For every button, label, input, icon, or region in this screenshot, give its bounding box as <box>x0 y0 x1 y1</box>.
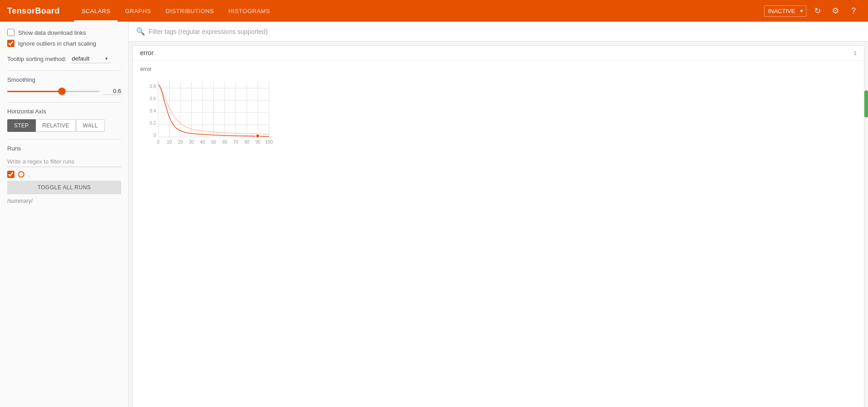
svg-point-21 <box>256 134 259 138</box>
chart-count: 1 <box>854 50 857 56</box>
smoothing-title: Smoothing <box>7 76 121 83</box>
svg-text:50: 50 <box>211 140 217 145</box>
nav-distributions[interactable]: DISTRIBUTIONS <box>158 0 221 22</box>
filter-input[interactable] <box>149 28 861 35</box>
axis-title: Horizontal Axis <box>7 108 121 115</box>
svg-text:90: 90 <box>255 140 261 145</box>
topbar-nav: SCALARS GRAPHS DISTRIBUTIONS HISTOGRAMS <box>74 0 277 22</box>
nav-histograms[interactable]: HISTOGRAMS <box>221 0 277 22</box>
axis-relative-button[interactable]: RELATIVE <box>36 119 76 132</box>
axis-wall-button[interactable]: WALL <box>76 119 104 132</box>
ignore-outliers-row[interactable]: Ignore outliers in chart scaling <box>7 40 121 47</box>
axis-section: Horizontal Axis STEP RELATIVE WALL <box>7 108 121 132</box>
ignore-outliers-checkbox[interactable] <box>7 40 14 47</box>
main-content: 🔍 error 1 error 0 0.2 0.4 0.6 <box>129 22 868 407</box>
divider-2 <box>7 102 121 103</box>
runs-title: Runs <box>7 145 121 152</box>
svg-text:0.2: 0.2 <box>150 121 156 126</box>
svg-text:0.8: 0.8 <box>150 84 156 89</box>
scrollbar-hint <box>864 90 868 117</box>
axis-step-button[interactable]: STEP <box>7 119 36 132</box>
svg-text:40: 40 <box>200 140 205 145</box>
run-checkbox[interactable] <box>7 171 14 178</box>
chart-header: error 1 <box>133 46 864 61</box>
runs-path: /summary/ <box>7 198 121 204</box>
svg-text:0: 0 <box>153 133 156 138</box>
ignore-outliers-label: Ignore outliers in chart scaling <box>18 40 96 47</box>
topbar-right: INACTIVE ACTIVE ▼ ↻ ⚙ ? <box>764 4 861 18</box>
run-label: . <box>28 171 30 178</box>
topbar: TensorBoard SCALARS GRAPHS DISTRIBUTIONS… <box>0 0 868 22</box>
help-button[interactable]: ? <box>846 4 861 18</box>
svg-text:30: 30 <box>189 140 194 145</box>
svg-text:80: 80 <box>244 140 250 145</box>
axis-buttons: STEP RELATIVE WALL <box>7 119 121 132</box>
run-color-dot <box>18 171 24 178</box>
show-data-links-checkbox[interactable] <box>7 29 14 36</box>
chart-title: error <box>137 64 860 72</box>
svg-text:70: 70 <box>233 140 239 145</box>
svg-text:0: 0 <box>157 140 160 145</box>
runs-filter-input[interactable] <box>7 156 121 167</box>
settings-button[interactable]: ⚙ <box>828 4 843 18</box>
run-row: . <box>7 171 121 178</box>
status-select[interactable]: INACTIVE ACTIVE <box>764 5 807 17</box>
search-icon: 🔍 <box>136 27 145 36</box>
chart-tag-name: error <box>140 49 154 56</box>
divider-3 <box>7 139 121 140</box>
svg-text:0.6: 0.6 <box>150 96 156 101</box>
show-data-links-label: Show data download links <box>18 29 86 36</box>
tooltip-label: Tooltip sorting method: <box>7 56 66 62</box>
chart-container: error 0 0.2 0.4 0.6 0.8 <box>133 61 864 407</box>
chart-section-error: error 1 error 0 0.2 0.4 0.6 0.8 <box>132 45 864 407</box>
svg-text:0.4: 0.4 <box>150 108 156 113</box>
filter-bar: 🔍 <box>129 22 868 42</box>
svg-text:60: 60 <box>222 140 227 145</box>
refresh-button[interactable]: ↻ <box>810 4 825 18</box>
smoothing-section: Smoothing 0.6 <box>7 76 121 95</box>
options-section: Show data download links Ignore outliers… <box>7 29 121 47</box>
chart-svg: 0 0.2 0.4 0.6 0.8 <box>140 72 864 407</box>
runs-section: Runs . TOGGLE ALL RUNS /summary/ <box>7 145 121 204</box>
sidebar: Show data download links Ignore outliers… <box>0 22 129 407</box>
smoothing-slider-row: 0.6 <box>7 88 121 95</box>
tooltip-select[interactable]: default descending ascending nearest <box>70 54 109 63</box>
smoothing-value: 0.6 <box>103 88 121 95</box>
svg-text:100: 100 <box>265 140 273 145</box>
app-logo: TensorBoard <box>7 6 60 16</box>
main-layout: Show data download links Ignore outliers… <box>0 22 868 407</box>
tooltip-row: Tooltip sorting method: default descendi… <box>7 54 121 63</box>
show-data-links-row[interactable]: Show data download links <box>7 29 121 36</box>
toggle-all-button[interactable]: TOGGLE ALL RUNS <box>7 181 121 194</box>
divider-1 <box>7 70 121 71</box>
svg-text:20: 20 <box>178 140 183 145</box>
smoothing-slider[interactable] <box>7 91 99 92</box>
svg-text:10: 10 <box>167 140 172 145</box>
nav-graphs[interactable]: GRAPHS <box>118 0 158 22</box>
nav-scalars[interactable]: SCALARS <box>74 0 118 22</box>
